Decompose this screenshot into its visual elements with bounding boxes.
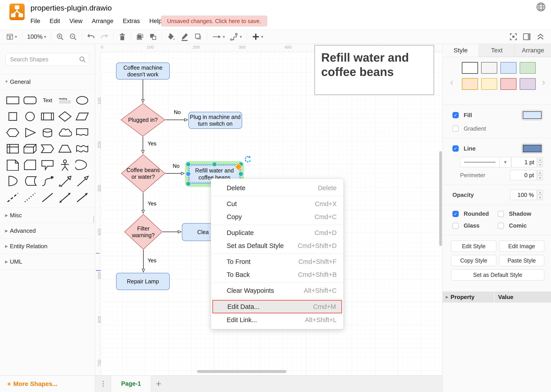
- add-page-button[interactable]: +: [151, 376, 166, 392]
- sidebar-section-misc[interactable]: ▶Misc: [0, 208, 95, 223]
- unsaved-changes-notice[interactable]: Unsaved changes. Click here to save.: [161, 16, 267, 27]
- edit-style-button[interactable]: Edit Style: [451, 241, 496, 252]
- line-color-button[interactable]: [180, 33, 189, 41]
- undo-button[interactable]: [87, 33, 95, 40]
- context-menu-item-set-as-default-style[interactable]: Set as Default StyleCmd+Shift+D: [211, 239, 343, 252]
- shadow-checkbox[interactable]: [498, 211, 504, 217]
- rotate-handle-icon[interactable]: [244, 155, 252, 163]
- perimeter-stepper[interactable]: ▲▼: [537, 170, 543, 180]
- shape-rectangle[interactable]: [4, 93, 21, 107]
- property-column-header[interactable]: ▶ Property: [443, 292, 495, 302]
- opacity-input[interactable]: 100 %: [510, 190, 537, 200]
- shape-text[interactable]: Text: [39, 93, 56, 107]
- shape-bidirectional-connector[interactable]: [56, 190, 74, 204]
- sidebar-section-uml[interactable]: ▶UML: [0, 254, 95, 269]
- node-plugged-in[interactable]: Plugged in?: [120, 103, 165, 137]
- gradient-checkbox[interactable]: [453, 126, 459, 132]
- paste-style-button[interactable]: Paste Style: [499, 255, 544, 266]
- context-menu-item-clear-waypoints[interactable]: Clear WaypointsAlt+Shift+C: [211, 284, 343, 297]
- fill-checkbox[interactable]: ✓: [453, 112, 459, 118]
- sidebar-section-general[interactable]: ▼ General: [0, 74, 95, 90]
- connection-style-button[interactable]: ▾: [212, 34, 225, 39]
- opacity-stepper[interactable]: ▲▼: [537, 190, 543, 200]
- shape-diamond[interactable]: [56, 109, 74, 124]
- node-coffee-beans[interactable]: Coffee beans or water?: [121, 154, 165, 193]
- resize-handle-e[interactable]: [238, 171, 244, 176]
- shape-cylinder[interactable]: [39, 126, 56, 140]
- shape-note[interactable]: [4, 158, 21, 172]
- v-scrollbar[interactable]: [439, 151, 442, 246]
- shape-rounded-rectangle[interactable]: [21, 93, 39, 107]
- shape-dashed-line[interactable]: [4, 190, 21, 204]
- shape-curve[interactable]: [39, 174, 56, 188]
- tab-style[interactable]: Style: [443, 44, 479, 57]
- shape-parallelogram[interactable]: [73, 109, 91, 124]
- zoom-out-button[interactable]: [69, 33, 77, 41]
- insert-button[interactable]: ▾: [252, 33, 263, 41]
- menu-file[interactable]: File: [30, 18, 40, 25]
- value-column-header[interactable]: Value: [495, 292, 551, 302]
- edge-label-no[interactable]: No: [171, 163, 181, 169]
- delete-button[interactable]: [119, 33, 126, 41]
- sidebar-section-advanced[interactable]: ▶Advanced: [0, 223, 95, 238]
- menu-arrange[interactable]: Arrange: [92, 18, 113, 25]
- presets-prev-icon[interactable]: ‹: [450, 77, 453, 88]
- line-checkbox[interactable]: ✓: [453, 145, 459, 152]
- zoom-level-button[interactable]: 100% ▾: [27, 33, 46, 40]
- shape-step[interactable]: [39, 141, 56, 156]
- copy-style-button[interactable]: Copy Style: [451, 255, 496, 266]
- toggle-comic[interactable]: Comic: [498, 222, 543, 229]
- style-swatch[interactable]: [481, 78, 497, 90]
- edit-image-button[interactable]: Edit Image: [499, 241, 544, 252]
- toggle-shadow[interactable]: Shadow: [498, 210, 543, 217]
- shape-and[interactable]: [4, 174, 21, 188]
- shape-square[interactable]: [4, 109, 21, 124]
- node-plug-in-machine[interactable]: Plug in machine and turn switch on: [188, 112, 242, 129]
- style-swatch[interactable]: [500, 78, 516, 90]
- style-swatch[interactable]: [520, 78, 536, 90]
- style-swatch[interactable]: [500, 62, 516, 74]
- shape-line[interactable]: [39, 190, 56, 204]
- more-shapes-button[interactable]: + More Shapes...: [7, 380, 58, 388]
- shape-or[interactable]: [73, 158, 91, 172]
- collapse-toolbar-button[interactable]: [536, 33, 545, 41]
- shape-trapezoid[interactable]: [56, 141, 74, 156]
- fill-color-preview[interactable]: [521, 110, 543, 120]
- expand-properties-icon[interactable]: ▶: [446, 295, 448, 299]
- edge-label-yes[interactable]: Yes: [146, 140, 158, 147]
- line-width-input[interactable]: 1 pt: [511, 157, 537, 167]
- style-swatch[interactable]: [520, 62, 536, 74]
- shape-card[interactable]: [21, 158, 39, 172]
- shape-ellipse[interactable]: [73, 93, 91, 107]
- glass-checkbox[interactable]: [453, 223, 459, 229]
- resize-handle-n[interactable]: [212, 162, 217, 167]
- context-menu-item-to-back[interactable]: To BackCmd+Shift+B: [211, 268, 343, 281]
- tab-arrange[interactable]: Arrange: [515, 44, 551, 57]
- shape-triangle[interactable]: [21, 126, 39, 140]
- resize-handle-sw[interactable]: [186, 181, 191, 186]
- style-swatch[interactable]: [481, 62, 497, 74]
- resize-handle-nw[interactable]: [186, 162, 191, 167]
- view-layout-button[interactable]: ▾: [6, 33, 17, 40]
- to-front-button[interactable]: [136, 33, 144, 41]
- comic-checkbox[interactable]: [498, 223, 504, 229]
- context-menu-item-delete[interactable]: DeleteDelete: [211, 182, 343, 195]
- shape-textbox[interactable]: Heading: [56, 93, 74, 107]
- menu-edit[interactable]: Edit: [50, 18, 60, 25]
- format-panel-toggle-button[interactable]: [523, 33, 531, 41]
- pages-menu-button[interactable]: [95, 376, 111, 392]
- language-globe-icon[interactable]: [536, 2, 546, 12]
- edge-label-no[interactable]: No: [173, 109, 182, 116]
- context-menu-item-cut[interactable]: CutCmd+X: [211, 197, 343, 210]
- perimeter-input[interactable]: 0 pt: [510, 170, 537, 180]
- style-swatch[interactable]: [462, 62, 478, 74]
- tab-text[interactable]: Text: [479, 44, 515, 57]
- fill-color-button[interactable]: [167, 33, 175, 41]
- shape-tape[interactable]: [73, 141, 91, 156]
- shape-internal-storage[interactable]: [4, 141, 21, 156]
- context-menu-item-duplicate[interactable]: DuplicateCmd+D: [211, 226, 343, 239]
- shape-cloud[interactable]: [56, 126, 74, 140]
- rounded-checkbox[interactable]: ✓: [453, 211, 459, 217]
- toggle-glass[interactable]: Glass: [453, 222, 498, 229]
- shape-cube[interactable]: [21, 141, 39, 156]
